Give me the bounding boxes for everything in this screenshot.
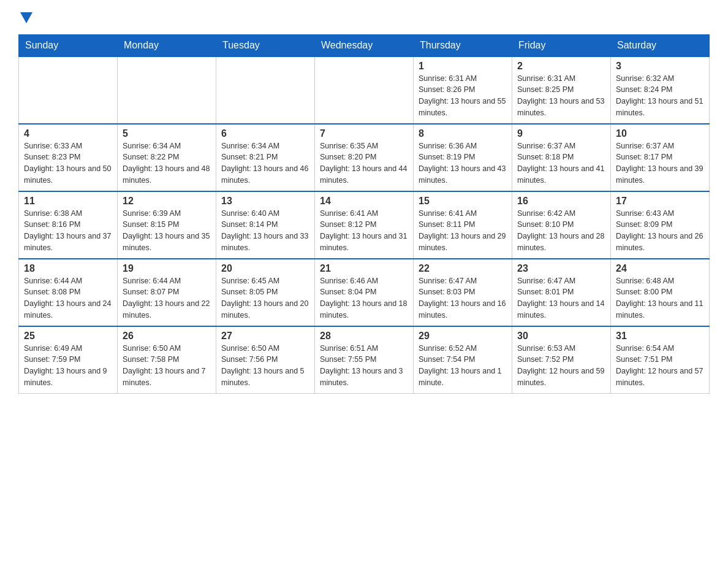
calendar-cell: [216, 56, 315, 124]
calendar-cell: 3Sunrise: 6:32 AM Sunset: 8:24 PM Daylig…: [611, 56, 710, 124]
day-info: Sunrise: 6:50 AM Sunset: 7:56 PM Dayligh…: [221, 343, 309, 389]
day-info: Sunrise: 6:44 AM Sunset: 8:07 PM Dayligh…: [123, 275, 211, 321]
day-number: 15: [419, 196, 507, 207]
day-info: Sunrise: 6:34 AM Sunset: 8:21 PM Dayligh…: [221, 140, 309, 186]
day-info: Sunrise: 6:44 AM Sunset: 8:08 PM Dayligh…: [24, 275, 112, 321]
day-number: 29: [419, 331, 507, 342]
day-info: Sunrise: 6:52 AM Sunset: 7:54 PM Dayligh…: [419, 343, 507, 389]
calendar-cell: 17Sunrise: 6:43 AM Sunset: 8:09 PM Dayli…: [611, 191, 710, 259]
weekday-header-tuesday: Tuesday: [216, 34, 315, 56]
day-number: 24: [616, 263, 704, 274]
day-number: 30: [517, 331, 605, 342]
calendar-cell: 19Sunrise: 6:44 AM Sunset: 8:07 PM Dayli…: [118, 259, 216, 326]
day-info: Sunrise: 6:32 AM Sunset: 8:24 PM Dayligh…: [616, 73, 704, 119]
calendar-cell: [315, 56, 414, 124]
weekday-header-monday: Monday: [118, 34, 216, 56]
calendar-cell: 28Sunrise: 6:51 AM Sunset: 7:55 PM Dayli…: [315, 326, 414, 394]
day-number: 23: [517, 263, 605, 274]
calendar-cell: 25Sunrise: 6:49 AM Sunset: 7:59 PM Dayli…: [19, 326, 118, 394]
day-number: 22: [419, 263, 507, 274]
day-number: 10: [616, 128, 704, 139]
day-info: Sunrise: 6:39 AM Sunset: 8:15 PM Dayligh…: [123, 208, 211, 254]
day-number: 27: [221, 331, 309, 342]
day-number: 4: [24, 128, 112, 139]
calendar-cell: 5Sunrise: 6:34 AM Sunset: 8:22 PM Daylig…: [118, 124, 216, 191]
calendar-cell: 11Sunrise: 6:38 AM Sunset: 8:16 PM Dayli…: [19, 191, 118, 259]
calendar-cell: 1Sunrise: 6:31 AM Sunset: 8:26 PM Daylig…: [414, 56, 512, 124]
calendar-cell: 6Sunrise: 6:34 AM Sunset: 8:21 PM Daylig…: [216, 124, 315, 191]
day-number: 20: [221, 263, 309, 274]
day-info: Sunrise: 6:46 AM Sunset: 8:04 PM Dayligh…: [320, 275, 408, 321]
day-info: Sunrise: 6:37 AM Sunset: 8:18 PM Dayligh…: [517, 140, 605, 186]
calendar-cell: 13Sunrise: 6:40 AM Sunset: 8:14 PM Dayli…: [216, 191, 315, 259]
weekday-header-sunday: Sunday: [19, 34, 118, 56]
day-info: Sunrise: 6:47 AM Sunset: 8:01 PM Dayligh…: [517, 275, 605, 321]
day-info: Sunrise: 6:53 AM Sunset: 7:52 PM Dayligh…: [517, 343, 605, 389]
day-info: Sunrise: 6:31 AM Sunset: 8:26 PM Dayligh…: [419, 73, 507, 119]
page-header: [18, 12, 710, 28]
calendar-cell: [118, 56, 216, 124]
day-number: 12: [123, 196, 211, 207]
calendar-cell: 12Sunrise: 6:39 AM Sunset: 8:15 PM Dayli…: [118, 191, 216, 259]
calendar-cell: 31Sunrise: 6:54 AM Sunset: 7:51 PM Dayli…: [611, 326, 710, 394]
day-info: Sunrise: 6:33 AM Sunset: 8:23 PM Dayligh…: [24, 140, 112, 186]
week-row-4: 18Sunrise: 6:44 AM Sunset: 8:08 PM Dayli…: [19, 259, 710, 326]
calendar-cell: 16Sunrise: 6:42 AM Sunset: 8:10 PM Dayli…: [512, 191, 611, 259]
day-number: 19: [123, 263, 211, 274]
day-number: 21: [320, 263, 408, 274]
day-number: 8: [419, 128, 507, 139]
day-number: 17: [616, 196, 704, 207]
day-info: Sunrise: 6:49 AM Sunset: 7:59 PM Dayligh…: [24, 343, 112, 389]
weekday-header-wednesday: Wednesday: [315, 34, 414, 56]
week-row-2: 4Sunrise: 6:33 AM Sunset: 8:23 PM Daylig…: [19, 124, 710, 191]
calendar-cell: 9Sunrise: 6:37 AM Sunset: 8:18 PM Daylig…: [512, 124, 611, 191]
day-info: Sunrise: 6:54 AM Sunset: 7:51 PM Dayligh…: [616, 343, 704, 389]
calendar-cell: 24Sunrise: 6:48 AM Sunset: 8:00 PM Dayli…: [611, 259, 710, 326]
calendar-cell: 26Sunrise: 6:50 AM Sunset: 7:58 PM Dayli…: [118, 326, 216, 394]
day-number: 1: [419, 61, 507, 72]
day-info: Sunrise: 6:35 AM Sunset: 8:20 PM Dayligh…: [320, 140, 408, 186]
weekday-header-thursday: Thursday: [414, 34, 512, 56]
day-info: Sunrise: 6:42 AM Sunset: 8:10 PM Dayligh…: [517, 208, 605, 254]
calendar-cell: 20Sunrise: 6:45 AM Sunset: 8:05 PM Dayli…: [216, 259, 315, 326]
day-info: Sunrise: 6:48 AM Sunset: 8:00 PM Dayligh…: [616, 275, 704, 321]
week-row-5: 25Sunrise: 6:49 AM Sunset: 7:59 PM Dayli…: [19, 326, 710, 394]
day-number: 31: [616, 331, 704, 342]
day-number: 11: [24, 196, 112, 207]
calendar-cell: 29Sunrise: 6:52 AM Sunset: 7:54 PM Dayli…: [414, 326, 512, 394]
day-info: Sunrise: 6:50 AM Sunset: 7:58 PM Dayligh…: [123, 343, 211, 389]
day-number: 16: [517, 196, 605, 207]
day-number: 2: [517, 61, 605, 72]
day-number: 9: [517, 128, 605, 139]
calendar-cell: 21Sunrise: 6:46 AM Sunset: 8:04 PM Dayli…: [315, 259, 414, 326]
day-number: 25: [24, 331, 112, 342]
calendar-cell: [19, 56, 118, 124]
day-number: 13: [221, 196, 309, 207]
day-number: 3: [616, 61, 704, 72]
day-info: Sunrise: 6:36 AM Sunset: 8:19 PM Dayligh…: [419, 140, 507, 186]
day-info: Sunrise: 6:34 AM Sunset: 8:22 PM Dayligh…: [123, 140, 211, 186]
weekday-header-saturday: Saturday: [611, 34, 710, 56]
calendar-cell: 14Sunrise: 6:41 AM Sunset: 8:12 PM Dayli…: [315, 191, 414, 259]
day-info: Sunrise: 6:43 AM Sunset: 8:09 PM Dayligh…: [616, 208, 704, 254]
calendar-cell: 7Sunrise: 6:35 AM Sunset: 8:20 PM Daylig…: [315, 124, 414, 191]
day-number: 26: [123, 331, 211, 342]
day-info: Sunrise: 6:41 AM Sunset: 8:11 PM Dayligh…: [419, 208, 507, 254]
calendar-cell: 2Sunrise: 6:31 AM Sunset: 8:25 PM Daylig…: [512, 56, 611, 124]
calendar-cell: 4Sunrise: 6:33 AM Sunset: 8:23 PM Daylig…: [19, 124, 118, 191]
day-info: Sunrise: 6:37 AM Sunset: 8:17 PM Dayligh…: [616, 140, 704, 186]
day-info: Sunrise: 6:38 AM Sunset: 8:16 PM Dayligh…: [24, 208, 112, 254]
day-number: 28: [320, 331, 408, 342]
day-number: 14: [320, 196, 408, 207]
week-row-3: 11Sunrise: 6:38 AM Sunset: 8:16 PM Dayli…: [19, 191, 710, 259]
day-number: 7: [320, 128, 408, 139]
day-info: Sunrise: 6:31 AM Sunset: 8:25 PM Dayligh…: [517, 73, 605, 119]
logo-triangle-icon: [20, 12, 32, 25]
day-info: Sunrise: 6:41 AM Sunset: 8:12 PM Dayligh…: [320, 208, 408, 254]
calendar-cell: 15Sunrise: 6:41 AM Sunset: 8:11 PM Dayli…: [414, 191, 512, 259]
logo: [18, 12, 32, 28]
day-number: 18: [24, 263, 112, 274]
calendar-cell: 10Sunrise: 6:37 AM Sunset: 8:17 PM Dayli…: [611, 124, 710, 191]
weekday-header-friday: Friday: [512, 34, 611, 56]
day-info: Sunrise: 6:51 AM Sunset: 7:55 PM Dayligh…: [320, 343, 408, 389]
